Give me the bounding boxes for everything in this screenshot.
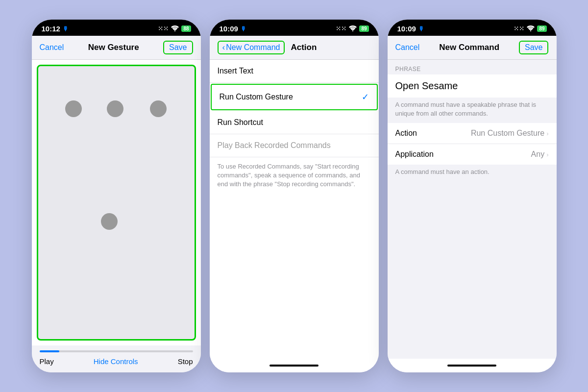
home-bar-3 [388, 359, 557, 372]
action-chevron: › [546, 130, 548, 137]
phrase-value[interactable]: Open Sesame [388, 74, 557, 98]
nav-title-3: New Command [439, 43, 499, 52]
mic-icon-2: 🎙 [241, 25, 246, 32]
signal-icon-3: ⁙⁙ [514, 25, 524, 32]
application-row-value: Any › [531, 150, 549, 159]
action-row-value: Run Custom Gesture › [471, 129, 549, 138]
nav-title-1: New Gesture [88, 43, 139, 52]
wifi-icon-2 [349, 25, 357, 32]
action-list: Insert Text Run Custom Gesture ✓ Run Sho… [210, 60, 379, 359]
chevron-left-icon: ‹ [222, 43, 225, 52]
selected-checkmark: ✓ [362, 92, 369, 102]
battery-3: 89 [537, 25, 546, 32]
home-bar-indicator-3 [447, 365, 496, 367]
progress-bar [40, 350, 193, 352]
signal-icon-2: ⁙⁙ [336, 25, 346, 32]
action-item-playback: Play Back Recorded Commands [210, 134, 379, 157]
wifi-icon-1 [171, 25, 179, 32]
action-hint-text: To use Recorded Commands, say "Start rec… [210, 157, 379, 194]
application-row[interactable]: Application Any › [388, 144, 557, 165]
cancel-button-3[interactable]: Cancel [395, 43, 420, 52]
time-1: 10:12 [42, 24, 60, 33]
action-item-insert-text[interactable]: Insert Text [210, 60, 379, 83]
phrase-section: PHRASE Open Sesame A command must have a… [388, 60, 557, 123]
gesture-dot-2 [107, 100, 123, 117]
action-item-run-shortcut[interactable]: Run Shortcut [210, 111, 379, 134]
stop-button[interactable]: Stop [178, 357, 193, 366]
status-bar-1: 10:12 🎙 ⁙⁙ 88 [32, 20, 201, 36]
time-3: 10:09 [397, 24, 416, 33]
playback-label: Play Back Recorded Commands [218, 141, 331, 150]
action-hint: A command must have an action. [388, 165, 557, 181]
status-bar-3: 10:09 🎙 ⁙⁙ 89 [388, 20, 557, 36]
battery-2: 89 [359, 25, 368, 32]
hide-controls-button[interactable]: Hide Controls [94, 357, 138, 366]
home-bar-indicator-2 [270, 365, 318, 367]
battery-1: 88 [181, 25, 191, 32]
action-row[interactable]: Action Run Custom Gesture › [388, 123, 557, 144]
phone-3: 10:09 🎙 ⁙⁙ 89 Cancel New Command Save PH… [388, 20, 557, 372]
gesture-dot-4 [101, 213, 118, 230]
back-label-2: New Command [226, 43, 280, 52]
phrase-card: Open Sesame [388, 74, 557, 98]
phone-2: 10:09 🎙 ⁙⁙ 89 ‹ New Command Action Inser… [210, 20, 379, 372]
phone-1: 10:12 🎙 ⁙⁙ 88 Cancel New Gesture Save Pl… [32, 20, 201, 372]
save-button-3[interactable]: Save [519, 41, 548, 54]
status-bar-2: 10:09 🎙 ⁙⁙ 89 [210, 20, 379, 36]
progress-fill [40, 350, 59, 352]
gesture-controls: Play Hide Controls Stop [40, 357, 193, 366]
nav-bar-1: Cancel New Gesture Save [32, 36, 201, 60]
run-shortcut-label: Run Shortcut [218, 118, 263, 127]
action-screen-title: Action [291, 43, 317, 52]
phrase-hint: A command must have a speakable phrase t… [388, 98, 557, 123]
insert-text-label: Insert Text [218, 67, 254, 75]
command-content: PHRASE Open Sesame A command must have a… [388, 60, 557, 359]
signal-icon-1: ⁙⁙ [158, 25, 169, 32]
gesture-canvas[interactable] [37, 65, 196, 341]
gesture-footer: Play Hide Controls Stop [32, 345, 201, 372]
play-button[interactable]: Play [40, 357, 54, 366]
wifi-icon-3 [527, 25, 535, 32]
save-button-1[interactable]: Save [163, 41, 193, 54]
mic-icon-1: 🎙 [63, 25, 69, 32]
gesture-dot-3 [150, 100, 167, 117]
action-nav-2: ‹ New Command Action [210, 36, 379, 60]
mic-icon-3: 🎙 [418, 25, 424, 32]
phrase-section-label: PHRASE [388, 60, 557, 74]
run-gesture-label: Run Custom Gesture [220, 93, 293, 101]
home-bar-2 [210, 359, 379, 372]
application-row-label: Application [395, 150, 434, 159]
nav-bar-3: Cancel New Command Save [388, 36, 557, 60]
back-button-2[interactable]: ‹ New Command [218, 41, 285, 54]
gesture-dot-1 [65, 100, 82, 117]
time-2: 10:09 [220, 24, 238, 33]
application-chevron: › [546, 151, 548, 158]
action-row-label: Action [395, 129, 417, 138]
action-section: Action Run Custom Gesture › Application … [388, 123, 557, 165]
action-item-run-gesture[interactable]: Run Custom Gesture ✓ [211, 84, 378, 110]
cancel-button-1[interactable]: Cancel [40, 43, 64, 52]
